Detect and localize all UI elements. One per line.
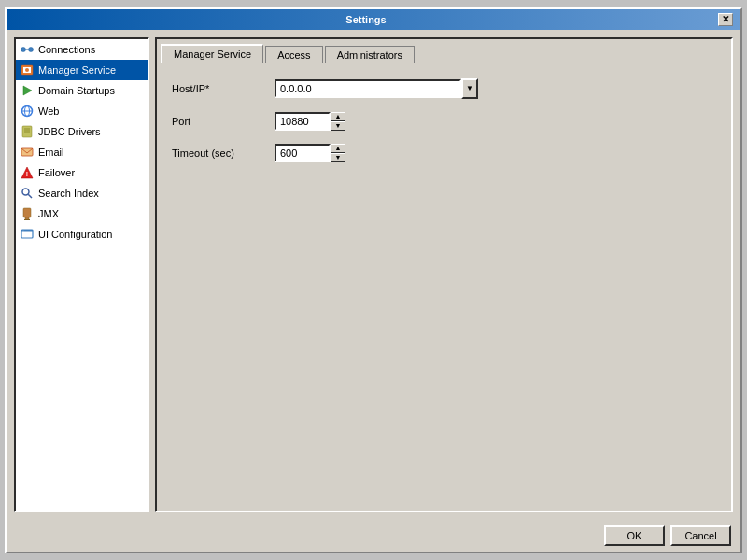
svg-point-5 — [25, 68, 29, 72]
sidebar-item-label-jdbc-drivers: JDBC Drivers — [38, 126, 101, 137]
host-dropdown-button[interactable]: ▼ — [461, 78, 478, 99]
timeout-spin-down[interactable]: ▼ — [331, 153, 345, 162]
timeout-spinner: ▲ ▼ — [275, 144, 345, 162]
timeout-row: Timeout (sec) ▲ ▼ — [172, 144, 716, 162]
jdbc-drivers-icon — [20, 124, 35, 139]
sidebar-item-ui-configuration[interactable]: UI Configuration — [16, 224, 148, 245]
cancel-button[interactable]: Cancel — [670, 525, 731, 546]
svg-point-24 — [22, 230, 24, 231]
dialog-footer: OK Cancel — [7, 520, 740, 552]
svg-rect-10 — [22, 126, 32, 137]
svg-line-18 — [28, 194, 32, 198]
svg-point-17 — [22, 189, 29, 195]
sidebar-item-label-web: Web — [38, 105, 59, 117]
ok-button[interactable]: OK — [604, 525, 665, 546]
search-index-icon — [20, 186, 35, 201]
svg-rect-20 — [25, 217, 29, 219]
timeout-label: Timeout (sec) — [172, 147, 275, 159]
dialog-title: Settings — [14, 14, 718, 25]
email-icon — [20, 145, 35, 160]
sidebar-item-label-manager-service: Manager Service — [38, 64, 116, 76]
ui-configuration-icon — [20, 227, 35, 242]
sidebar-item-failover[interactable]: !Failover — [16, 162, 148, 183]
sidebar-item-search-index[interactable]: Search Index — [16, 183, 148, 203]
svg-text:!: ! — [26, 171, 28, 177]
sidebar-item-email[interactable]: Email — [16, 142, 148, 162]
port-spin-down[interactable]: ▼ — [331, 121, 345, 131]
timeout-spin-up[interactable]: ▲ — [331, 144, 345, 153]
sidebar-item-label-search-index: Search Index — [38, 188, 99, 199]
main-panel: Manager ServiceAccessAdministrators Host… — [155, 37, 733, 512]
dialog-content: ConnectionsManager ServiceDomain Startup… — [7, 30, 740, 520]
svg-marker-6 — [23, 86, 32, 95]
sidebar-item-jmx[interactable]: JMX — [16, 203, 148, 224]
port-label: Port — [172, 116, 275, 127]
host-control: ▼ — [275, 78, 478, 99]
tab-manager-service[interactable]: Manager Service — [161, 44, 263, 63]
settings-dialog: Settings ✕ ConnectionsManager ServiceDom… — [5, 7, 742, 553]
close-button[interactable]: ✕ — [718, 13, 733, 26]
web-icon — [20, 104, 35, 119]
host-label: Host/IP* — [172, 83, 275, 94]
port-input[interactable] — [275, 112, 331, 131]
sidebar-item-label-connections: Connections — [38, 44, 95, 55]
title-bar: Settings ✕ — [7, 9, 740, 30]
tab-administrators[interactable]: Administrators — [325, 46, 415, 63]
manager-service-icon — [20, 63, 35, 77]
timeout-input[interactable] — [275, 144, 331, 162]
sidebar-item-label-domain-startups: Domain Startups — [38, 85, 115, 96]
tab-access[interactable]: Access — [265, 46, 322, 63]
svg-point-1 — [29, 47, 34, 51]
sidebar-item-connections[interactable]: Connections — [16, 39, 148, 60]
sidebar-item-domain-startups[interactable]: Domain Startups — [16, 80, 148, 101]
svg-point-0 — [21, 47, 26, 51]
svg-rect-21 — [24, 219, 30, 220]
sidebar-item-label-ui-configuration: UI Configuration — [38, 229, 113, 240]
sidebar-item-web[interactable]: Web — [16, 101, 148, 121]
sidebar: ConnectionsManager ServiceDomain Startup… — [14, 37, 149, 512]
failover-icon: ! — [20, 165, 35, 180]
tab-content: Host/IP* ▼ Port ▲ ▼ — [157, 63, 731, 511]
timeout-spin-buttons: ▲ ▼ — [331, 144, 345, 162]
svg-rect-19 — [23, 208, 31, 217]
port-spin-buttons: ▲ ▼ — [331, 112, 345, 131]
connections-icon — [20, 42, 35, 57]
sidebar-item-jdbc-drivers[interactable]: JDBC Drivers — [16, 121, 148, 142]
domain-startups-icon — [20, 83, 35, 98]
port-spinner: ▲ ▼ — [275, 112, 345, 131]
sidebar-item-label-jmx: JMX — [38, 208, 59, 219]
sidebar-item-manager-service[interactable]: Manager Service — [16, 60, 148, 80]
host-input[interactable] — [275, 79, 461, 98]
port-row: Port ▲ ▼ — [172, 112, 716, 131]
host-row: Host/IP* ▼ — [172, 78, 716, 99]
tabs-bar: Manager ServiceAccessAdministrators — [157, 39, 731, 63]
sidebar-item-label-failover: Failover — [38, 167, 75, 178]
sidebar-item-label-email: Email — [38, 147, 64, 158]
jmx-icon — [20, 206, 35, 221]
port-spin-up[interactable]: ▲ — [331, 112, 345, 121]
